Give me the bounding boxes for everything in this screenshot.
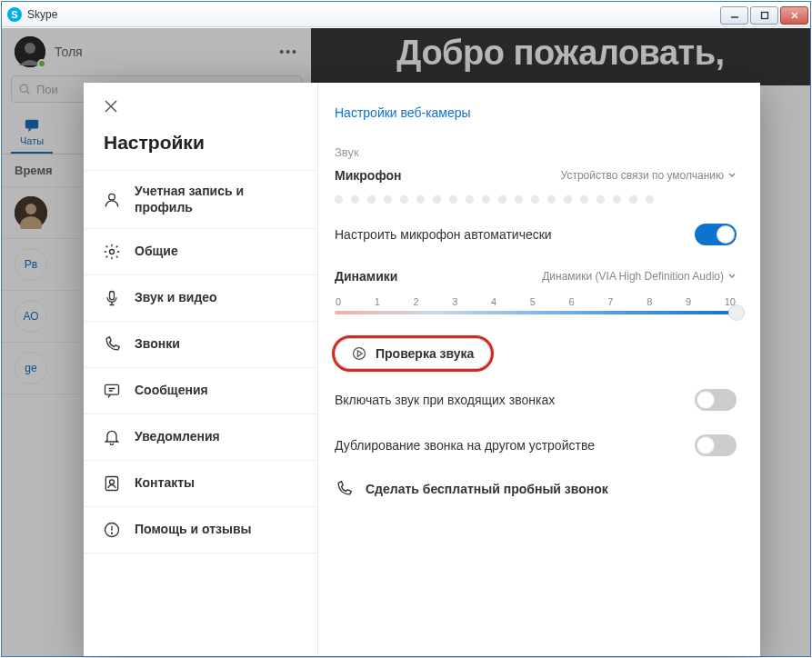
- close-button[interactable]: [780, 6, 808, 25]
- sidebar-item-messages[interactable]: Сообщения: [84, 367, 317, 414]
- titlebar-text: Skype: [27, 8, 720, 21]
- auto-adjust-label: Настроить микрофон автоматически: [335, 227, 552, 242]
- sidebar-item-contacts[interactable]: Контакты: [84, 460, 317, 506]
- test-call-button[interactable]: Сделать бесплатный пробный звонок: [335, 480, 737, 498]
- svg-rect-18: [105, 477, 117, 491]
- sidebar-item-general[interactable]: Общие: [84, 228, 317, 274]
- microphone-device-dropdown[interactable]: Устройство связи по умолчанию: [561, 169, 737, 182]
- person-icon: [102, 190, 122, 210]
- sidebar-item-help[interactable]: Помощь и отзывы: [84, 506, 317, 553]
- skype-icon: S: [7, 7, 22, 22]
- ring-incoming-row: Включать звук при входящих звонках: [335, 389, 737, 411]
- minimize-button[interactable]: [720, 6, 748, 25]
- svg-point-15: [110, 250, 115, 254]
- slider-track[interactable]: [335, 311, 737, 314]
- ring-other-label: Дублирование звонка на другом устройстве: [335, 438, 595, 453]
- sidebar-item-notifications[interactable]: Уведомления: [84, 414, 317, 460]
- settings-title: Настройки: [84, 128, 317, 170]
- svg-point-23: [354, 348, 366, 360]
- phone-icon: [102, 334, 122, 354]
- microphone-level: [335, 195, 737, 204]
- test-audio-button[interactable]: Проверка звука: [335, 338, 491, 369]
- window-controls: [720, 5, 810, 25]
- chevron-down-icon: [727, 171, 737, 180]
- speakers-label: Динамики: [335, 269, 397, 284]
- auto-adjust-row: Настроить микрофон автоматически: [335, 224, 737, 245]
- contacts-icon: [102, 474, 122, 494]
- slider-thumb[interactable]: [728, 304, 745, 321]
- app-window: S Skype Толя ••• Пои: [1, 1, 811, 657]
- auto-adjust-toggle[interactable]: [695, 224, 737, 245]
- ring-other-row: Дублирование звонка на другом устройстве: [335, 434, 737, 456]
- microphone-label: Микрофон: [335, 168, 401, 183]
- gear-icon: [102, 242, 122, 262]
- svg-point-19: [110, 480, 115, 484]
- svg-rect-16: [110, 292, 115, 300]
- settings-sidebar: Настройки Учетная запись и профиль Общие…: [84, 83, 318, 656]
- close-icon: [104, 99, 118, 114]
- ring-other-toggle[interactable]: [695, 434, 737, 456]
- bell-icon: [102, 427, 122, 447]
- svg-point-14: [109, 194, 115, 200]
- microphone-row: Микрофон Устройство связи по умолчанию: [335, 168, 737, 183]
- settings-close-button[interactable]: [84, 83, 317, 128]
- play-icon: [352, 346, 366, 361]
- ring-incoming-toggle[interactable]: [695, 389, 737, 411]
- sound-section-label: Звук: [335, 145, 737, 159]
- titlebar: S Skype: [2, 2, 810, 27]
- settings-modal: Настройки Учетная запись и профиль Общие…: [84, 83, 760, 656]
- svg-rect-1: [761, 12, 767, 18]
- phone-icon: [335, 480, 353, 498]
- sidebar-item-audio-video[interactable]: Звук и видео: [84, 274, 317, 321]
- ring-incoming-label: Включать звук при входящих звонках: [335, 393, 555, 407]
- speakers-row: Динамики Динамики (VIA High Definition A…: [335, 269, 737, 284]
- message-icon: [102, 381, 122, 401]
- maximize-button[interactable]: [750, 6, 778, 25]
- svg-rect-17: [105, 384, 119, 394]
- sidebar-item-calls[interactable]: Звонки: [84, 321, 317, 367]
- app-body: Толя ••• Пои Чаты Время: [2, 28, 810, 656]
- webcam-settings-link[interactable]: Настройки веб-камеры: [335, 105, 471, 120]
- speaker-volume-slider[interactable]: 0 1 2 3 4 5 6 7 8 9 10: [335, 296, 737, 314]
- svg-point-22: [112, 533, 113, 533]
- microphone-icon: [102, 288, 122, 308]
- help-icon: [102, 520, 122, 540]
- settings-panel: Настройки веб-камеры Звук Микрофон Устро…: [318, 83, 760, 656]
- slider-labels: 0 1 2 3 4 5 6 7 8 9 10: [335, 296, 737, 307]
- sidebar-item-account[interactable]: Учетная запись и профиль: [84, 170, 317, 228]
- chevron-down-icon: [727, 272, 737, 281]
- speakers-device-dropdown[interactable]: Динамики (VIA High Definition Audio): [542, 270, 737, 283]
